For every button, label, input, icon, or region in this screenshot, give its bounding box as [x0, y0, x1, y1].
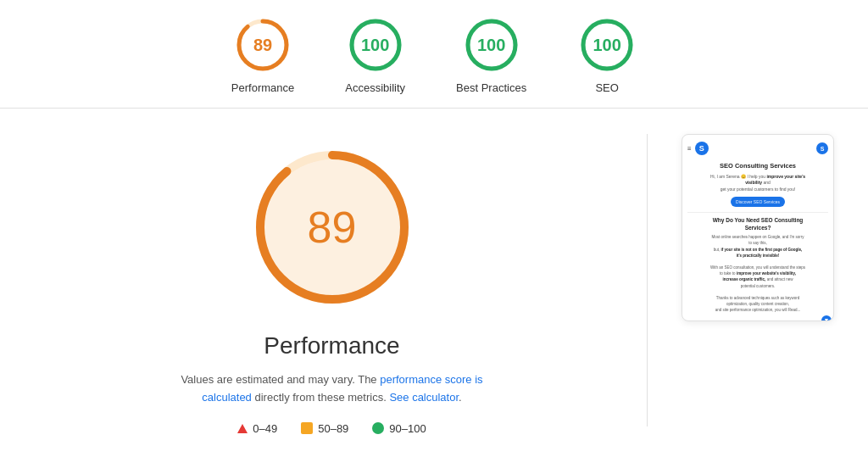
score-item-best-practices: 100 Best Practices	[456, 15, 526, 94]
preview-nav-button: S	[816, 142, 828, 154]
orange-square-icon	[301, 422, 313, 434]
preview-subtext: Hi, I am Serena 😊 I help you improve you…	[687, 174, 828, 193]
large-gauge-number: 89	[308, 202, 357, 253]
score-circle-performance: 89	[233, 15, 292, 75]
score-circle-accessibility: 100	[346, 15, 405, 75]
preview-logo: S	[695, 142, 709, 155]
preview-body-text: Most online searches happen on Google, a…	[687, 234, 828, 313]
right-panel: ≡ S S SEO Consulting Services Hi, I am S…	[682, 134, 834, 321]
preview-heading: SEO Consulting Services	[687, 162, 828, 170]
main-content: 89 Performance Values are estimated and …	[0, 109, 868, 452]
scores-bar: 89 Performance 100 Accessibility 100 Bes…	[0, 0, 868, 109]
score-circle-best-practices: 100	[462, 15, 521, 75]
legend-label-red: 0–49	[253, 422, 277, 435]
hamburger-icon: ≡	[687, 145, 692, 153]
preview-section-title: Why Do You Need SEO ConsultingServices?	[687, 217, 828, 231]
score-value-accessibility: 100	[361, 36, 389, 55]
preview-cta-button[interactable]: Discover SEO Services	[731, 197, 785, 207]
description-text-middle: directly from these metrics.	[252, 391, 390, 404]
score-label-performance: Performance	[231, 81, 294, 94]
score-label-seo: SEO	[595, 81, 618, 94]
vertical-divider	[647, 134, 648, 426]
legend-label-green: 90–100	[389, 422, 426, 435]
legend: 0–49 50–89 90–100	[237, 422, 426, 435]
left-panel: 89 Performance Values are estimated and …	[51, 125, 613, 435]
performance-title: Performance	[264, 332, 399, 359]
score-value-best-practices: 100	[477, 36, 505, 55]
score-value-seo: 100	[593, 36, 620, 55]
legend-item-orange: 50–89	[301, 422, 348, 435]
green-circle-icon	[372, 422, 384, 434]
red-triangle-icon	[237, 424, 248, 433]
score-label-accessibility: Accessibility	[345, 81, 405, 94]
website-preview-wrapper: ≡ S S SEO Consulting Services Hi, I am S…	[682, 134, 834, 321]
calculator-link[interactable]: See calculator	[389, 391, 459, 404]
preview-divider	[687, 212, 828, 213]
performance-description: Values are estimated and may vary. The p…	[171, 371, 493, 407]
large-gauge: 89	[248, 142, 417, 312]
preview-topbar: ≡ S S	[687, 140, 828, 157]
score-label-best-practices: Best Practices	[456, 81, 526, 94]
legend-label-orange: 50–89	[318, 422, 348, 435]
score-item-seo: 100 SEO	[577, 15, 637, 94]
legend-item-green: 90–100	[372, 422, 426, 435]
scroll-down-icon[interactable]: ▼	[821, 315, 832, 321]
score-circle-seo: 100	[577, 15, 637, 75]
score-item-performance: 89 Performance	[231, 15, 294, 94]
description-period: .	[459, 391, 462, 404]
website-preview: ≡ S S SEO Consulting Services Hi, I am S…	[682, 134, 834, 321]
score-item-accessibility: 100 Accessibility	[345, 15, 405, 94]
score-value-performance: 89	[253, 36, 272, 55]
legend-item-red: 0–49	[237, 422, 277, 435]
description-text-start: Values are estimated and may vary. The	[181, 373, 380, 386]
